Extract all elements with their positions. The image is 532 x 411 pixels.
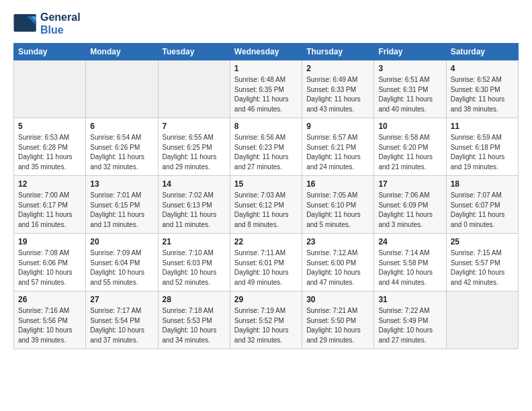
day-number: 28 [163,295,226,304]
calendar-day-cell: 19Sunrise: 7:08 AM Sunset: 6:06 PM Dayli… [14,234,86,291]
calendar-day-cell: 21Sunrise: 7:10 AM Sunset: 6:03 PM Dayli… [158,234,230,291]
day-info: Sunrise: 7:12 AM Sunset: 6:00 PM Dayligh… [306,248,369,287]
calendar-header-row: SundayMondayTuesdayWednesdayThursdayFrid… [14,44,519,60]
calendar-day-cell: 25Sunrise: 7:15 AM Sunset: 5:57 PM Dayli… [446,234,518,291]
calendar-day-cell: 12Sunrise: 7:00 AM Sunset: 6:17 PM Dayli… [14,176,86,234]
calendar-week-row: 1Sunrise: 6:48 AM Sunset: 6:35 PM Daylig… [14,60,519,118]
calendar-day-cell: 14Sunrise: 7:02 AM Sunset: 6:13 PM Dayli… [158,176,230,234]
day-number: 6 [90,122,153,131]
day-info: Sunrise: 7:11 AM Sunset: 6:01 PM Dayligh… [234,248,298,287]
day-number: 5 [18,122,81,131]
day-info: Sunrise: 7:00 AM Sunset: 6:17 PM Dayligh… [18,191,81,230]
calendar-day-cell: 7Sunrise: 6:55 AM Sunset: 6:25 PM Daylig… [158,118,230,176]
calendar-day-cell: 23Sunrise: 7:12 AM Sunset: 6:00 PM Dayli… [302,234,374,291]
logo-icon [13,14,38,33]
day-info: Sunrise: 7:03 AM Sunset: 6:12 PM Dayligh… [234,191,298,230]
calendar-day-cell: 13Sunrise: 7:01 AM Sunset: 6:15 PM Dayli… [86,176,158,234]
day-info: Sunrise: 6:58 AM Sunset: 6:20 PM Dayligh… [378,133,441,172]
day-of-week-header: Saturday [446,44,518,60]
day-of-week-header: Sunday [14,44,86,60]
calendar-day-cell: 10Sunrise: 6:58 AM Sunset: 6:20 PM Dayli… [374,118,446,176]
calendar-day-cell: 29Sunrise: 7:19 AM Sunset: 5:52 PM Dayli… [230,291,302,349]
day-number: 7 [163,122,226,131]
day-of-week-header: Friday [374,44,446,60]
calendar-day-cell: 27Sunrise: 7:17 AM Sunset: 5:54 PM Dayli… [86,291,158,349]
day-info: Sunrise: 6:53 AM Sunset: 6:28 PM Dayligh… [18,133,81,172]
day-info: Sunrise: 7:10 AM Sunset: 6:03 PM Dayligh… [163,248,226,287]
day-info: Sunrise: 7:01 AM Sunset: 6:15 PM Dayligh… [90,191,153,230]
calendar-day-cell: 20Sunrise: 7:09 AM Sunset: 6:04 PM Dayli… [86,234,158,291]
day-info: Sunrise: 6:49 AM Sunset: 6:33 PM Dayligh… [306,75,369,114]
day-number: 17 [378,179,441,189]
calendar-week-row: 5Sunrise: 6:53 AM Sunset: 6:28 PM Daylig… [14,118,519,176]
day-number: 3 [378,64,441,73]
calendar-day-cell [158,60,230,118]
day-info: Sunrise: 7:05 AM Sunset: 6:10 PM Dayligh… [306,191,369,230]
day-info: Sunrise: 6:48 AM Sunset: 6:35 PM Dayligh… [234,75,298,114]
calendar-day-cell: 24Sunrise: 7:14 AM Sunset: 5:58 PM Dayli… [374,234,446,291]
day-of-week-header: Monday [86,44,158,60]
day-number: 20 [90,237,153,246]
calendar-day-cell: 18Sunrise: 7:07 AM Sunset: 6:07 PM Dayli… [446,176,518,234]
day-number: 4 [451,64,514,73]
day-number: 26 [18,295,81,304]
day-info: Sunrise: 6:51 AM Sunset: 6:31 PM Dayligh… [378,75,441,114]
day-number: 14 [163,179,226,189]
day-number: 19 [18,237,81,246]
day-info: Sunrise: 6:57 AM Sunset: 6:21 PM Dayligh… [306,133,369,172]
calendar-table: SundayMondayTuesdayWednesdayThursdayFrid… [13,43,519,349]
calendar-day-cell [446,291,518,349]
calendar-day-cell: 26Sunrise: 7:16 AM Sunset: 5:56 PM Dayli… [14,291,86,349]
calendar-day-cell: 4Sunrise: 6:52 AM Sunset: 6:30 PM Daylig… [446,60,518,118]
day-number: 18 [451,179,514,189]
day-number: 2 [306,64,369,73]
day-number: 13 [90,179,153,189]
day-number: 15 [234,179,298,189]
day-number: 12 [18,179,81,189]
day-of-week-header: Wednesday [230,44,302,60]
day-info: Sunrise: 6:56 AM Sunset: 6:23 PM Dayligh… [234,133,298,172]
day-info: Sunrise: 7:02 AM Sunset: 6:13 PM Dayligh… [163,191,226,230]
day-info: Sunrise: 6:54 AM Sunset: 6:26 PM Dayligh… [90,133,153,172]
day-number: 31 [378,295,441,304]
calendar-day-cell: 16Sunrise: 7:05 AM Sunset: 6:10 PM Dayli… [302,176,374,234]
day-number: 24 [378,237,441,246]
day-of-week-header: Thursday [302,44,374,60]
calendar-day-cell: 8Sunrise: 6:56 AM Sunset: 6:23 PM Daylig… [230,118,302,176]
day-number: 16 [306,179,369,189]
calendar-page: General Blue SundayMondayTuesdayWednesda… [0,0,532,360]
calendar-week-row: 19Sunrise: 7:08 AM Sunset: 6:06 PM Dayli… [14,234,519,291]
calendar-header: General Blue [13,11,519,36]
calendar-day-cell: 22Sunrise: 7:11 AM Sunset: 6:01 PM Dayli… [230,234,302,291]
calendar-day-cell: 5Sunrise: 6:53 AM Sunset: 6:28 PM Daylig… [14,118,86,176]
day-number: 22 [234,237,298,246]
day-info: Sunrise: 7:14 AM Sunset: 5:58 PM Dayligh… [378,248,441,287]
day-info: Sunrise: 6:52 AM Sunset: 6:30 PM Dayligh… [451,75,514,114]
day-info: Sunrise: 7:09 AM Sunset: 6:04 PM Dayligh… [90,248,153,287]
day-number: 21 [163,237,226,246]
calendar-day-cell: 2Sunrise: 6:49 AM Sunset: 6:33 PM Daylig… [302,60,374,118]
day-number: 27 [90,295,153,304]
day-number: 23 [306,237,369,246]
day-info: Sunrise: 7:08 AM Sunset: 6:06 PM Dayligh… [18,248,81,287]
calendar-day-cell: 11Sunrise: 6:59 AM Sunset: 6:18 PM Dayli… [446,118,518,176]
calendar-week-row: 26Sunrise: 7:16 AM Sunset: 5:56 PM Dayli… [14,291,519,349]
day-number: 25 [451,237,514,246]
calendar-day-cell: 28Sunrise: 7:18 AM Sunset: 5:53 PM Dayli… [158,291,230,349]
calendar-day-cell [86,60,158,118]
day-info: Sunrise: 7:06 AM Sunset: 6:09 PM Dayligh… [378,191,441,230]
logo-text: General Blue [40,11,81,36]
day-info: Sunrise: 7:07 AM Sunset: 6:07 PM Dayligh… [451,191,514,230]
day-info: Sunrise: 6:55 AM Sunset: 6:25 PM Dayligh… [163,133,226,172]
calendar-day-cell [14,60,86,118]
day-number: 11 [451,122,514,131]
calendar-day-cell: 9Sunrise: 6:57 AM Sunset: 6:21 PM Daylig… [302,118,374,176]
day-info: Sunrise: 7:17 AM Sunset: 5:54 PM Dayligh… [90,306,153,345]
day-number: 9 [306,122,369,131]
calendar-day-cell: 17Sunrise: 7:06 AM Sunset: 6:09 PM Dayli… [374,176,446,234]
day-info: Sunrise: 6:59 AM Sunset: 6:18 PM Dayligh… [451,133,514,172]
day-number: 8 [234,122,298,131]
calendar-day-cell: 3Sunrise: 6:51 AM Sunset: 6:31 PM Daylig… [374,60,446,118]
day-number: 30 [306,295,369,304]
day-number: 29 [234,295,298,304]
